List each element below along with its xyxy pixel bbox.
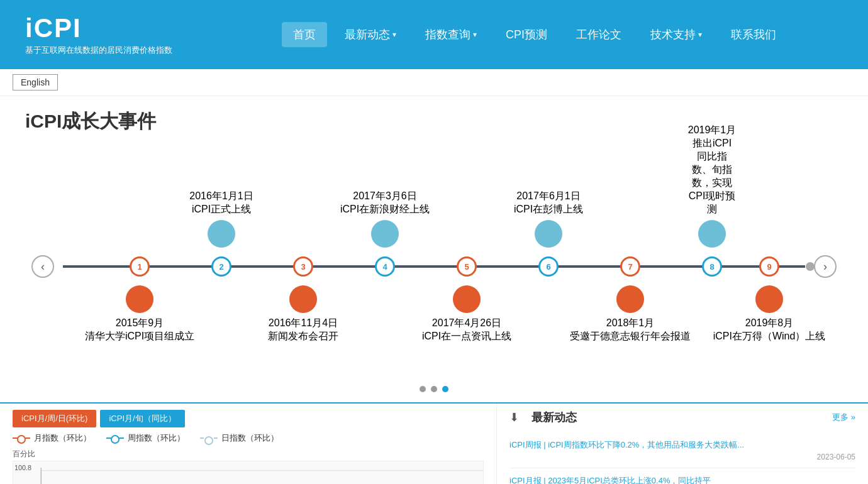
chart-legend: 月指数（环比） 周指数（环比） 日指数（环比） bbox=[13, 432, 484, 444]
news-area: ⬇ 最新动态 更多 » iCPI周报 | iCPI周指数环比下降0.2%，其他用… bbox=[497, 404, 868, 484]
news-item-date-1: 2023-06-05 bbox=[509, 453, 855, 461]
node-label-8: 2019年1月 推出iCPI同比指数、旬指数，实现CPI现时预测 bbox=[688, 124, 737, 216]
nav-item-paper[interactable]: 工作论文 bbox=[565, 22, 633, 47]
dot-1[interactable] bbox=[420, 386, 426, 392]
node-bubble-4 bbox=[371, 220, 399, 248]
node-bubble-6 bbox=[535, 220, 562, 248]
node-label-2: 2016年1月1日 iCPI正式上线 bbox=[189, 190, 253, 216]
svg-text:100.8: 100.8 bbox=[14, 464, 31, 471]
node-bubble-7 bbox=[616, 285, 644, 313]
node-circle-1[interactable]: 1 bbox=[130, 256, 150, 277]
timeline-end-dot bbox=[806, 262, 815, 271]
nav-item-predict[interactable]: CPI预测 bbox=[494, 22, 559, 47]
legend-line-blue-dashed bbox=[200, 437, 218, 439]
nav-item-index[interactable]: 指数查询 ▾ bbox=[414, 22, 488, 47]
node-bubble-3 bbox=[289, 285, 317, 313]
node-circle-8[interactable]: 8 bbox=[702, 256, 722, 277]
news-header: ⬇ 最新动态 更多 » bbox=[509, 410, 855, 425]
timeline-line bbox=[63, 265, 805, 268]
timeline-container: ‹ 1 2015年9月 清华大学iCPI项目组成立 2 bbox=[25, 153, 843, 380]
chart-svg: 100.8 bbox=[13, 461, 483, 484]
legend-monthly: 月指数（环比） bbox=[13, 432, 91, 444]
node-circle-4[interactable]: 4 bbox=[375, 256, 395, 277]
node-circle-6[interactable]: 6 bbox=[538, 256, 559, 277]
node-bubble-9 bbox=[755, 285, 783, 313]
news-item-2: iCPI月报 | 2023年5月iCPI总类环比上涨0.4%，同比持平 2023… bbox=[509, 468, 855, 485]
nav-item-support[interactable]: 技术支持 ▾ bbox=[639, 22, 713, 47]
header: iCPI 基于互联网在线数据的居民消费价格指数 首页 最新动态 ▾ 指数查询 ▾… bbox=[0, 0, 868, 69]
legend-line-blue-solid bbox=[106, 437, 124, 439]
node-bubble-8 bbox=[698, 220, 726, 248]
chart-y-label: 百分比 bbox=[13, 449, 484, 459]
timeline-dots bbox=[25, 386, 843, 392]
node-label-7: 2018年1月 受邀于德意志银行年会报道 bbox=[570, 317, 691, 343]
node-label-1: 2015年9月 清华大学iCPI项目组成立 bbox=[85, 317, 194, 343]
chart-svg-area: 100.8 bbox=[13, 461, 484, 484]
bottom-section: iCPI月/周/日(环比) iCPI月/旬（同比） 月指数（环比） 周指数（环比… bbox=[0, 402, 868, 484]
logo-title: iCPI bbox=[25, 13, 226, 43]
news-item-title-1[interactable]: iCPI周报 | iCPI周指数环比下降0.2%，其他用品和服务大类跌幅... bbox=[509, 439, 855, 451]
node-circle-2[interactable]: 2 bbox=[211, 256, 231, 277]
dot-2[interactable] bbox=[431, 386, 437, 392]
legend-line-orange bbox=[13, 437, 30, 439]
node-bubble-5 bbox=[453, 285, 481, 313]
node-circle-7[interactable]: 7 bbox=[620, 256, 640, 277]
chart-tab-compare[interactable]: iCPI月/旬（同比） bbox=[100, 410, 184, 427]
chart-tab-monthly[interactable]: iCPI月/周/日(环比) bbox=[13, 410, 96, 427]
chevron-down-icon: ▾ bbox=[698, 30, 702, 39]
node-label-9: 2019年8月 iCPI在万得（Wind）上线 bbox=[713, 317, 826, 343]
node-bubble-1 bbox=[126, 285, 153, 313]
nav-item-news[interactable]: 最新动态 ▾ bbox=[333, 22, 408, 47]
chart-area: iCPI月/周/日(环比) iCPI月/旬（同比） 月指数（环比） 周指数（环比… bbox=[0, 404, 497, 484]
node-label-5: 2017年4月26日 iCPI在一点资讯上线 bbox=[422, 317, 511, 343]
timeline-next-button[interactable]: › bbox=[814, 255, 837, 278]
news-more-link[interactable]: 更多 » bbox=[832, 412, 855, 423]
node-label-6: 2017年6月1日 iCPI在彭博上线 bbox=[514, 190, 583, 216]
download-icon[interactable]: ⬇ bbox=[509, 410, 519, 424]
legend-weekly: 周指数（环比） bbox=[106, 432, 185, 444]
node-circle-5[interactable]: 5 bbox=[457, 256, 477, 277]
node-circle-9[interactable]: 9 bbox=[759, 256, 779, 277]
timeline-prev-button[interactable]: ‹ bbox=[31, 255, 54, 278]
node-bubble-2 bbox=[208, 220, 235, 248]
news-item-title-2[interactable]: iCPI月报 | 2023年5月iCPI总类环比上涨0.4%，同比持平 bbox=[509, 475, 855, 485]
chevron-down-icon: ▾ bbox=[392, 30, 396, 39]
dot-3[interactable] bbox=[442, 386, 448, 392]
node-circle-3[interactable]: 3 bbox=[293, 256, 313, 277]
news-section-title: 最新动态 bbox=[531, 410, 577, 425]
main-nav: 首页 最新动态 ▾ 指数查询 ▾ CPI预测 工作论文 技术支持 ▾ 联系我们 bbox=[226, 22, 843, 47]
legend-daily: 日指数（环比） bbox=[200, 432, 279, 444]
node-label-4: 2017年3月6日 iCPI在新浪财经上线 bbox=[340, 190, 430, 216]
chart-tabs: iCPI月/周/日(环比) iCPI月/旬（同比） bbox=[13, 410, 484, 427]
node-label-3: 2016年11月4日 新闻发布会召开 bbox=[268, 317, 338, 343]
logo-area: iCPI 基于互联网在线数据的居民消费价格指数 bbox=[25, 13, 226, 56]
timeline-section: iCPI成长大事件 ‹ 1 2015年9月 清华大学iCPI项目组成立 2 bbox=[0, 96, 868, 402]
logo-subtitle: 基于互联网在线数据的居民消费价格指数 bbox=[25, 45, 226, 56]
english-button[interactable]: English bbox=[13, 74, 58, 91]
news-item-1: iCPI周报 | iCPI周指数环比下降0.2%，其他用品和服务大类跌幅... … bbox=[509, 432, 855, 468]
nav-item-home[interactable]: 首页 bbox=[282, 22, 327, 47]
chevron-down-icon: ▾ bbox=[473, 30, 477, 39]
nav-item-contact[interactable]: 联系我们 bbox=[720, 22, 787, 47]
language-bar: English bbox=[0, 69, 868, 96]
